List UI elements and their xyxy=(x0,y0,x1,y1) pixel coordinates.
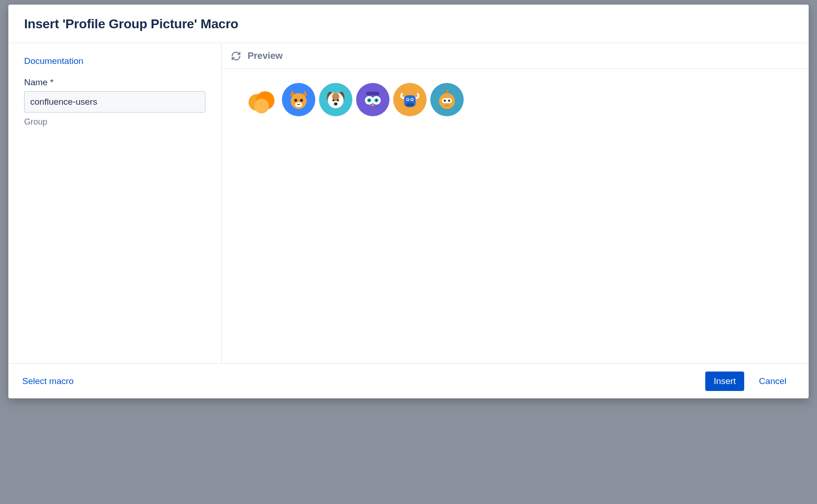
preview-panel: Preview xyxy=(222,43,809,363)
svg-point-27 xyxy=(407,99,408,100)
svg-point-35 xyxy=(444,100,446,102)
macro-form-panel: Documentation Name * Group xyxy=(8,43,222,363)
svg-point-28 xyxy=(411,99,413,100)
svg-point-30 xyxy=(408,104,409,105)
dialog-header: Insert 'Profile Group Picture' Macro xyxy=(8,5,809,43)
svg-point-13 xyxy=(332,99,335,101)
svg-point-31 xyxy=(411,104,412,105)
insert-macro-dialog: Insert 'Profile Group Picture' Macro Doc… xyxy=(8,5,809,398)
bull-avatar xyxy=(393,83,427,116)
name-input[interactable] xyxy=(24,91,205,113)
svg-point-2 xyxy=(254,99,269,113)
svg-point-29 xyxy=(406,102,415,107)
dialog-title: Insert 'Profile Group Picture' Macro xyxy=(24,17,793,32)
svg-point-7 xyxy=(300,99,303,101)
insert-button[interactable]: Insert xyxy=(705,372,744,391)
dog-avatar xyxy=(319,83,352,116)
svg-point-36 xyxy=(448,100,450,102)
preview-content xyxy=(222,69,809,130)
dialog-footer: Select macro Insert Cancel xyxy=(8,363,809,398)
dialog-body: Documentation Name * Group Preview xyxy=(8,43,809,363)
svg-rect-37 xyxy=(445,105,449,106)
refresh-icon xyxy=(231,51,241,61)
preview-header: Preview xyxy=(222,43,809,69)
select-macro-link[interactable]: Select macro xyxy=(22,376,74,386)
cancel-button[interactable]: Cancel xyxy=(751,372,795,391)
robot-avatar xyxy=(430,83,464,116)
owl-avatar xyxy=(356,83,389,116)
name-field-help: Group xyxy=(24,117,205,127)
svg-point-6 xyxy=(294,99,297,101)
svg-rect-32 xyxy=(446,89,448,93)
svg-point-14 xyxy=(337,99,339,101)
svg-point-22 xyxy=(376,100,377,101)
cat-avatar xyxy=(282,83,315,116)
svg-rect-34 xyxy=(442,98,452,103)
svg-point-21 xyxy=(368,100,370,101)
name-field-label: Name * xyxy=(24,77,205,88)
preview-heading: Preview xyxy=(248,50,283,61)
svg-point-15 xyxy=(334,102,338,105)
svg-rect-16 xyxy=(366,92,379,95)
cloud-avatar xyxy=(245,83,278,116)
documentation-link[interactable]: Documentation xyxy=(24,56,205,66)
